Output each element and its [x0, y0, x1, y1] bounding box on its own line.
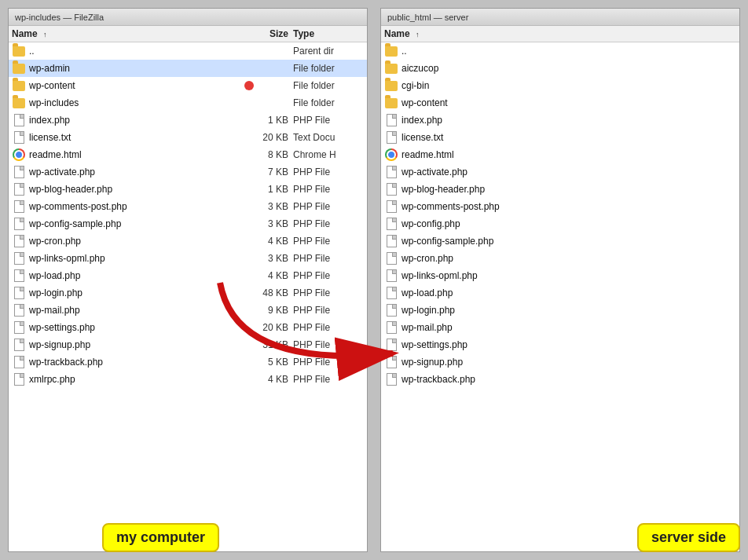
file-name: .. [402, 46, 736, 57]
list-item[interactable]: aiczucop [381, 60, 739, 77]
file-size: 3 KB [254, 201, 293, 212]
list-item[interactable]: wp-trackback.php [381, 371, 739, 388]
file-icon [384, 286, 398, 300]
file-type: Text Docu [293, 132, 364, 143]
label-server-side: server side [637, 523, 740, 552]
list-item[interactable]: wp-signup.php31 KBPHP File [9, 336, 367, 353]
list-item[interactable]: wp-activate.php7 KBPHP File [9, 163, 367, 181]
list-item[interactable]: wp-login.php [381, 302, 739, 319]
file-icon [384, 234, 398, 248]
list-item[interactable]: index.php [381, 112, 739, 129]
file-icon [384, 251, 398, 265]
left-panel: wp-includes — FileZilla Name ↑ Size Type… [8, 8, 368, 552]
right-column-header: Name ↑ [381, 26, 739, 42]
list-item[interactable]: wp-blog-header.php1 KBPHP File [9, 181, 367, 198]
list-item[interactable]: wp-settings.php [381, 336, 739, 353]
file-icon [12, 217, 26, 231]
list-item[interactable]: wp-mail.php [381, 319, 739, 336]
file-type: PHP File [293, 218, 364, 229]
file-name: wp-cron.php [29, 236, 254, 247]
file-type: PHP File [293, 184, 364, 195]
file-size: 20 KB [254, 322, 293, 333]
sort-arrow-right: ↑ [416, 31, 420, 38]
file-icon [384, 338, 398, 352]
folder-icon [384, 79, 398, 93]
list-item[interactable]: wp-activate.php [381, 163, 739, 181]
list-item[interactable]: wp-mail.php9 KBPHP File [9, 302, 367, 319]
list-item[interactable]: license.txt [381, 129, 739, 146]
file-icon [384, 269, 398, 283]
file-icon [12, 234, 26, 248]
list-item[interactable]: wp-trackback.php5 KBPHP File [9, 353, 367, 371]
file-name: wp-comments-post.php [402, 201, 736, 212]
file-name: readme.html [402, 149, 736, 160]
file-size: 3 KB [254, 218, 293, 229]
list-item[interactable]: wp-cron.php [381, 250, 739, 267]
list-item[interactable]: wp-load.php4 KBPHP File [9, 267, 367, 284]
file-size: 4 KB [254, 236, 293, 247]
file-size: 8 KB [254, 149, 293, 160]
file-icon [12, 113, 26, 127]
file-icon [384, 165, 398, 179]
file-icon [384, 355, 398, 369]
left-titlebar-text: wp-includes — FileZilla [15, 13, 104, 22]
file-name: wp-cron.php [402, 253, 736, 264]
file-name: wp-load.php [402, 287, 736, 298]
file-name: wp-trackback.php [402, 374, 736, 385]
list-item[interactable]: wp-adminFile folder [9, 60, 367, 77]
chrome-icon [384, 148, 398, 162]
file-name: wp-load.php [29, 270, 254, 281]
list-item[interactable]: cgi-bin [381, 77, 739, 94]
list-item[interactable]: index.php1 KBPHP File [9, 112, 367, 129]
list-item[interactable]: wp-load.php [381, 284, 739, 302]
list-item[interactable]: xmlrpc.php4 KBPHP File [9, 371, 367, 388]
list-item[interactable]: readme.html [381, 146, 739, 163]
list-item[interactable]: wp-cron.php4 KBPHP File [9, 232, 367, 250]
list-item[interactable]: wp-config.php [381, 215, 739, 232]
file-size: 1 KB [254, 184, 293, 195]
list-item[interactable]: wp-content [381, 94, 739, 112]
file-name: wp-activate.php [402, 167, 736, 178]
file-name: wp-config-sample.php [402, 236, 736, 247]
file-type: PHP File [293, 270, 364, 281]
folder-icon [12, 44, 26, 58]
file-name: wp-content [402, 97, 736, 108]
file-name: wp-trackback.php [29, 357, 254, 368]
file-name: wp-activate.php [29, 167, 254, 178]
list-item[interactable]: .. [381, 42, 739, 60]
list-item[interactable]: ..Parent dir [9, 42, 367, 60]
file-name: wp-links-opml.php [402, 270, 736, 281]
list-item[interactable]: license.txt20 KBText Docu [9, 129, 367, 146]
file-name: .. [29, 46, 254, 57]
list-item[interactable]: wp-login.php48 KBPHP File [9, 284, 367, 302]
file-icon [12, 372, 26, 386]
list-item[interactable]: wp-comments-post.php [381, 198, 739, 215]
folder-icon [384, 96, 398, 110]
list-item[interactable]: readme.html8 KBChrome H [9, 146, 367, 163]
file-name: xmlrpc.php [29, 374, 254, 385]
file-name: wp-config.php [402, 218, 736, 229]
list-item[interactable]: wp-links-opml.php [381, 267, 739, 284]
list-item[interactable]: wp-contentFile folder [9, 77, 367, 94]
file-size: 4 KB [254, 270, 293, 281]
list-item[interactable]: wp-config-sample.php [381, 232, 739, 250]
list-item[interactable]: wp-links-opml.php3 KBPHP File [9, 250, 367, 267]
file-type: File folder [293, 97, 364, 108]
file-type: PHP File [293, 201, 364, 212]
list-item[interactable]: wp-includesFile folder [9, 94, 367, 112]
list-item[interactable]: wp-settings.php20 KBPHP File [9, 319, 367, 336]
file-icon [384, 320, 398, 335]
list-item[interactable]: wp-config-sample.php3 KBPHP File [9, 215, 367, 232]
file-icon [12, 355, 26, 369]
main-container: wp-includes — FileZilla Name ↑ Size Type… [0, 0, 748, 560]
list-item[interactable]: wp-signup.php [381, 353, 739, 371]
file-name: wp-login.php [29, 287, 254, 298]
file-name: wp-mail.php [402, 322, 736, 333]
file-name: wp-content [29, 80, 241, 91]
file-name: index.php [402, 115, 736, 126]
file-size: 1 KB [254, 115, 293, 126]
list-item[interactable]: wp-comments-post.php3 KBPHP File [9, 198, 367, 215]
list-item[interactable]: wp-blog-header.php [381, 181, 739, 198]
panel-divider [371, 0, 377, 560]
file-name: wp-includes [29, 97, 254, 108]
